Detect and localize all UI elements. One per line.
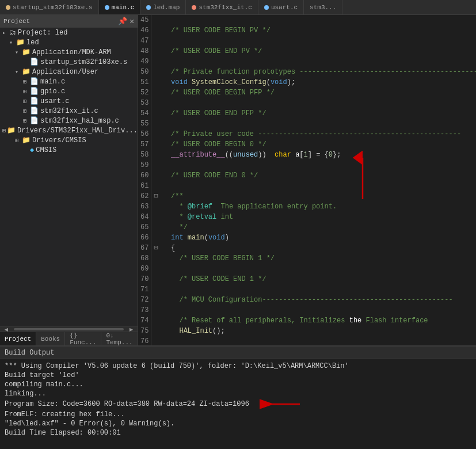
tab-led-map[interactable]: led.map (140, 0, 186, 14)
tree-label: led (26, 39, 39, 47)
table-row: 49 (138, 56, 476, 67)
folder-icon: 📁 (22, 48, 31, 56)
sidebar-tab-project[interactable]: Project (0, 332, 36, 345)
expand-icon[interactable]: ⊞ (2, 127, 6, 134)
tree-label: Application/MDK-ARM (32, 48, 111, 56)
build-line: "led\led.axf" - 0 Error(s), 0 Warning(s)… (5, 419, 471, 428)
tab-label: main.c (112, 4, 135, 11)
code-content: */ (161, 222, 476, 233)
sidebar-tab-func[interactable]: {} Func... (65, 332, 101, 345)
code-content: void SystemClock_Config(void); (161, 77, 476, 87)
line-number: 49 (138, 56, 151, 67)
code-content: /* USER CODE BEGIN PV */ (161, 25, 476, 36)
code-content (161, 264, 476, 274)
code-content: /* USER CODE BEGIN 0 */ (161, 139, 476, 150)
line-expand (151, 170, 161, 181)
tab-stm3[interactable]: stm3... (304, 0, 342, 14)
expand-icon[interactable]: ▸ (2, 29, 8, 36)
tree-label: Drivers/STM32F1xx_HAL_Driv... (17, 127, 138, 135)
line-expand (151, 150, 161, 160)
sidebar-tab-books[interactable]: Books (36, 332, 65, 345)
table-row: 48 /* USER CODE END PV */ (138, 46, 476, 56)
sidebar-bottom-tabs: Project Books {} Func... 0↓ Temp... (0, 332, 138, 345)
line-number: 72 (138, 295, 151, 305)
tab-usart[interactable]: usart.c (258, 0, 304, 14)
tree-item-stm32-it[interactable]: ⊞ 📄 stm32f1xx_it.c (0, 106, 138, 116)
sidebar-title-bar: Project 📌 ✕ (0, 15, 138, 28)
line-number: 70 (138, 274, 151, 284)
tab-stm32-it[interactable]: stm32f1xx_it.c (186, 0, 258, 14)
tree-item-project-root[interactable]: ▸ 🗂 Project: led (0, 28, 138, 37)
line-number: 68 (138, 253, 151, 264)
tab-startup[interactable]: startup_stm32f103xe.s (0, 0, 99, 14)
tree-item-main-c[interactable]: ⊞ 📄 main.c (0, 77, 138, 86)
sidebar-tab-temp[interactable]: 0↓ Temp... (101, 332, 138, 345)
line-number: 73 (138, 305, 151, 315)
tree-item-led[interactable]: ▾ 📁 led (0, 37, 138, 47)
line-expand (151, 181, 161, 191)
tab-main-c[interactable]: main.c (99, 0, 141, 14)
table-row: 73 (138, 305, 476, 315)
expand-icon[interactable]: ⊞ (23, 98, 29, 105)
line-number: 61 (138, 181, 151, 191)
tree-item-app-user[interactable]: ▾ 📁 Application/User (0, 67, 138, 77)
line-expand (151, 305, 161, 315)
line-expand (151, 315, 161, 326)
sidebar-title-text: Project (3, 18, 30, 25)
line-expand (151, 326, 161, 336)
file-icon: 📄 (30, 116, 39, 125)
build-content-area[interactable]: *** Using Compiler 'V5.06 update 6 (buil… (0, 359, 476, 449)
tree-item-drivers-cmsis[interactable]: ⊞ 📁 Drivers/CMSIS (0, 135, 138, 145)
table-row: 67 ⊟ { (138, 243, 476, 253)
line-expand (151, 77, 161, 87)
line-expand (151, 108, 161, 119)
tree-item-gpio-c[interactable]: ⊞ 📄 gpio.c (0, 86, 138, 96)
file-icon: 📄 (30, 77, 39, 86)
tree-item-hal-msp[interactable]: ⊞ 📄 stm32f1xx_hal_msp.c (0, 116, 138, 125)
file-icon: 📄 (30, 97, 39, 105)
table-row: 72 /* MCU Configuration-----------------… (138, 295, 476, 305)
line-number: 59 (138, 160, 151, 170)
line-expand[interactable]: ⊟ (151, 243, 161, 253)
folder-icon: 📁 (22, 136, 31, 144)
build-line: compiling main.c... (5, 380, 471, 389)
build-line-size: Program Size: Code=3600 RO-data=380 RW-d… (5, 398, 471, 410)
code-editor[interactable]: 45 46 /* USER CODE BEGIN PV */ 47 (138, 15, 476, 345)
code-content: /* Reset of all peripherals, Initializes… (161, 315, 476, 326)
expand-icon[interactable]: ⊞ (23, 88, 29, 95)
expand-icon[interactable]: ⊞ (15, 137, 21, 144)
code-content (161, 160, 476, 170)
sidebar-hscroll: ◂ ▸ (0, 326, 138, 332)
tree-item-app-mdk[interactable]: ▾ 📁 Application/MDK-ARM (0, 47, 138, 57)
expand-icon[interactable]: ▾ (9, 39, 15, 46)
line-expand[interactable]: ⊟ (151, 191, 161, 201)
expand-icon[interactable]: ▾ (15, 49, 21, 56)
tree-item-usart-c[interactable]: ⊞ 📄 usart.c (0, 96, 138, 106)
code-content: /* USER CODE END 0 */ (161, 170, 476, 181)
table-row: 64 * @retval int (138, 212, 476, 222)
table-row: 47 (138, 36, 476, 46)
close-icon[interactable]: ✕ (130, 17, 134, 26)
line-number: 55 (138, 119, 151, 129)
tree-item-drivers-hal[interactable]: ⊞ 📁 Drivers/STM32F1xx_HAL_Driv... (0, 125, 138, 135)
line-number: 62 (138, 191, 151, 201)
code-content: HAL_Init(); (161, 326, 476, 336)
line-number: 54 (138, 108, 151, 119)
tree-item-startup[interactable]: 📄 startup_stm32f103xe.s (0, 57, 138, 67)
code-content: /* Private user code -------------------… (161, 129, 476, 139)
table-row: 50 /* Private function prototypes ------… (138, 67, 476, 77)
line-number: 64 (138, 212, 151, 222)
pin-icon[interactable]: 📌 (118, 17, 127, 26)
tree-label: Application/User (32, 68, 98, 76)
line-expand (151, 295, 161, 305)
line-number: 52 (138, 87, 151, 98)
tree-item-cmsis[interactable]: ◆ CMSIS (0, 145, 138, 155)
expand-icon[interactable]: ⊞ (23, 78, 29, 85)
sidebar-title-icons: 📌 ✕ (118, 17, 134, 26)
code-content: /* USER CODE BEGIN PFP */ (161, 87, 476, 98)
line-expand (151, 201, 161, 212)
line-expand (151, 253, 161, 264)
expand-icon[interactable]: ⊞ (23, 117, 29, 124)
expand-icon[interactable]: ⊞ (23, 108, 29, 115)
expand-icon[interactable]: ▾ (15, 69, 21, 75)
